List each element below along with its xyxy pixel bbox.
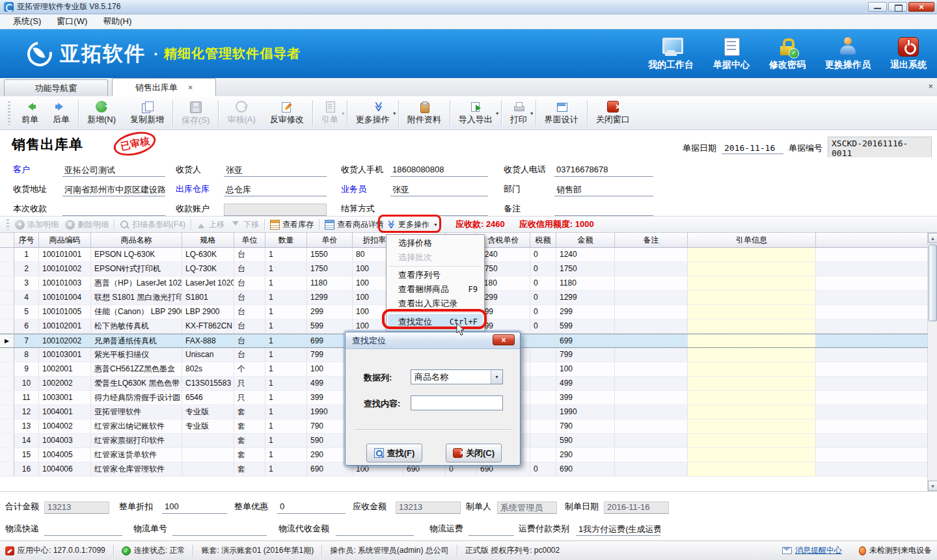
scroll-up-icon[interactable]: ▲ bbox=[928, 233, 937, 243]
find-button[interactable]: 查找(F) bbox=[366, 444, 422, 462]
menubar-item[interactable]: 帮助(H) bbox=[96, 14, 138, 29]
field-label[interactable]: 业务员 bbox=[341, 183, 390, 196]
toolbar-button[interactable]: 界面设计 bbox=[537, 98, 586, 128]
statusbar-text[interactable]: 消息提醒中心 bbox=[795, 545, 842, 556]
table-cell bbox=[688, 391, 816, 405]
context-menu-item[interactable]: 查找定位Ctrl+F bbox=[388, 314, 483, 330]
field-value[interactable]: 销售部 bbox=[554, 184, 653, 196]
table-cell: 12 bbox=[14, 405, 39, 419]
column-header[interactable]: 含税单价 bbox=[477, 233, 530, 247]
field-label: 收货人 bbox=[176, 164, 224, 177]
user-icon bbox=[837, 37, 858, 57]
field-value[interactable]: 总仓库 bbox=[224, 184, 327, 196]
credit-limit: 应收信用额度: 1000 bbox=[519, 219, 594, 230]
close-button[interactable] bbox=[908, 2, 934, 12]
toolbar-button[interactable]: 后单 bbox=[46, 98, 77, 128]
search-content-input[interactable] bbox=[411, 395, 503, 410]
footer-field-value[interactable]: 1我方付运费(生成运费 bbox=[576, 524, 660, 536]
column-header[interactable]: 单位 bbox=[234, 233, 265, 247]
field-value[interactable]: 河南省郑州市中原区建设路口 bbox=[62, 184, 165, 196]
context-menu-item[interactable]: 查看序列号 bbox=[388, 268, 483, 282]
form-row: 客户亚拓公司测试收货人张亚收货人手机18608080808收货人电话037166… bbox=[0, 157, 937, 177]
footer-field-value[interactable] bbox=[172, 524, 267, 536]
field-value[interactable]: 18608080808 bbox=[390, 165, 488, 177]
toolbar-separator bbox=[501, 100, 502, 126]
column-header[interactable]: 数量 bbox=[265, 233, 307, 247]
banner-action-user[interactable]: 更换操作员 bbox=[825, 37, 871, 71]
detail-toolbar-button[interactable]: 查看商品详情 bbox=[321, 219, 387, 230]
close-button[interactable]: 关闭(C) bbox=[446, 444, 502, 462]
scrollbar-thumb[interactable] bbox=[929, 245, 937, 321]
dialog-titlebar[interactable]: 查找定位 × bbox=[346, 332, 520, 349]
tab-close-icon[interactable]: × bbox=[188, 83, 193, 92]
tab-inactive[interactable]: 功能导航窗 bbox=[4, 79, 108, 96]
footer-field-value[interactable] bbox=[336, 524, 414, 536]
field-value[interactable] bbox=[554, 204, 653, 216]
chevron-down-icon[interactable]: ▼ bbox=[530, 111, 534, 116]
context-menu-item[interactable]: 选择价格 bbox=[388, 236, 483, 250]
context-menu-item[interactable]: 查看出入库记录 bbox=[388, 297, 483, 311]
column-header[interactable]: 备注 bbox=[615, 233, 688, 247]
detail-toolbar-button[interactable]: 查看库存 bbox=[267, 219, 317, 230]
toolbar-button[interactable]: 附件资料 bbox=[400, 98, 448, 128]
menubar-item[interactable]: 窗口(W) bbox=[50, 14, 94, 29]
maximize-button[interactable] bbox=[888, 2, 907, 12]
menubar-item[interactable]: 系统(S) bbox=[7, 14, 48, 29]
dialog-close-button[interactable]: × bbox=[493, 334, 515, 345]
field-label[interactable]: 出库仓库 bbox=[176, 183, 224, 196]
footer-field-value[interactable] bbox=[468, 524, 514, 536]
toolbar-button[interactable]: 复制新增 bbox=[123, 98, 171, 128]
table-cell: 台 bbox=[234, 276, 265, 290]
doc-date-field[interactable]: 2016-11-16 bbox=[722, 143, 783, 154]
banner-action-monitor[interactable]: 我的工作台 bbox=[648, 37, 694, 71]
row-indicator bbox=[0, 405, 14, 419]
tabstrip-close-icon[interactable]: × bbox=[928, 81, 933, 91]
column-header[interactable]: 规格 bbox=[182, 233, 234, 247]
toolbar-button[interactable]: 前单 bbox=[14, 98, 46, 128]
chevron-down-icon[interactable]: ▼ bbox=[495, 111, 500, 116]
toolbar-button[interactable]: 关闭窗口 bbox=[589, 98, 637, 128]
receivable-amount: 应收款: 2460 bbox=[455, 219, 505, 230]
column-header[interactable]: 序号 bbox=[14, 233, 39, 247]
banner-action-lock[interactable]: 修改密码 bbox=[769, 37, 806, 71]
table-cell: 9 bbox=[14, 362, 39, 376]
column-header[interactable]: 税额 bbox=[530, 233, 556, 247]
more-actions-button[interactable]: 更多操作▼ bbox=[383, 219, 441, 230]
minimize-button[interactable] bbox=[868, 2, 887, 12]
field-label[interactable]: 客户 bbox=[13, 164, 62, 177]
field-value[interactable]: 张亚 bbox=[390, 184, 488, 196]
scroll-down-icon[interactable]: ▼ bbox=[928, 481, 937, 491]
field-label: 结算方式 bbox=[341, 203, 390, 216]
chevron-down-icon[interactable]: ▼ bbox=[491, 370, 502, 384]
footer-field-value[interactable] bbox=[44, 524, 122, 536]
column-header[interactable]: 商品名称 bbox=[91, 233, 182, 247]
chevron-down-icon[interactable]: ▼ bbox=[341, 111, 346, 116]
field-value[interactable]: 张亚 bbox=[224, 165, 327, 177]
chevron-down-icon[interactable]: ▼ bbox=[392, 111, 397, 116]
field-label: 收货人电话 bbox=[504, 164, 554, 177]
footer-field-value[interactable]: 0 bbox=[277, 501, 346, 514]
column-header[interactable]: 金额 bbox=[556, 233, 615, 247]
banner-action-doc-center[interactable]: 单据中心 bbox=[713, 37, 750, 71]
tab-active[interactable]: 销售出库单× bbox=[112, 78, 216, 96]
row-filler bbox=[816, 334, 927, 347]
column-header[interactable]: 引单信息 bbox=[688, 233, 816, 247]
toolbar-button[interactable]: 反审修改 bbox=[263, 98, 311, 128]
doc-number-field: XSCKD-20161116-0011 bbox=[828, 137, 932, 160]
toolbar-button[interactable]: 更多操作▼ bbox=[349, 98, 397, 128]
data-column-select[interactable]: 商品名称 ▼ bbox=[411, 369, 503, 384]
column-header[interactable]: 商品编码 bbox=[39, 233, 91, 247]
field-value[interactable] bbox=[390, 204, 488, 216]
chevron-down-icon[interactable]: ▼ bbox=[433, 222, 438, 227]
footer-field-value[interactable]: 100 bbox=[162, 501, 227, 514]
column-header[interactable]: 单价 bbox=[307, 233, 353, 247]
toolbar-button[interactable]: 打印▼ bbox=[503, 98, 534, 128]
banner-action-power[interactable]: 退出系统 bbox=[890, 37, 927, 71]
field-value[interactable] bbox=[62, 204, 165, 216]
toolbar-button[interactable]: 导入导出▼ bbox=[452, 98, 500, 128]
vertical-scrollbar[interactable]: ▲ ▼ bbox=[927, 233, 937, 491]
field-value[interactable]: 03716678678 bbox=[554, 165, 653, 177]
field-value[interactable]: 亚拓公司测试 bbox=[62, 165, 165, 177]
context-menu-item[interactable]: 查看捆绑商品F9 bbox=[388, 282, 483, 297]
toolbar-button[interactable]: 新增(N) bbox=[80, 98, 123, 128]
